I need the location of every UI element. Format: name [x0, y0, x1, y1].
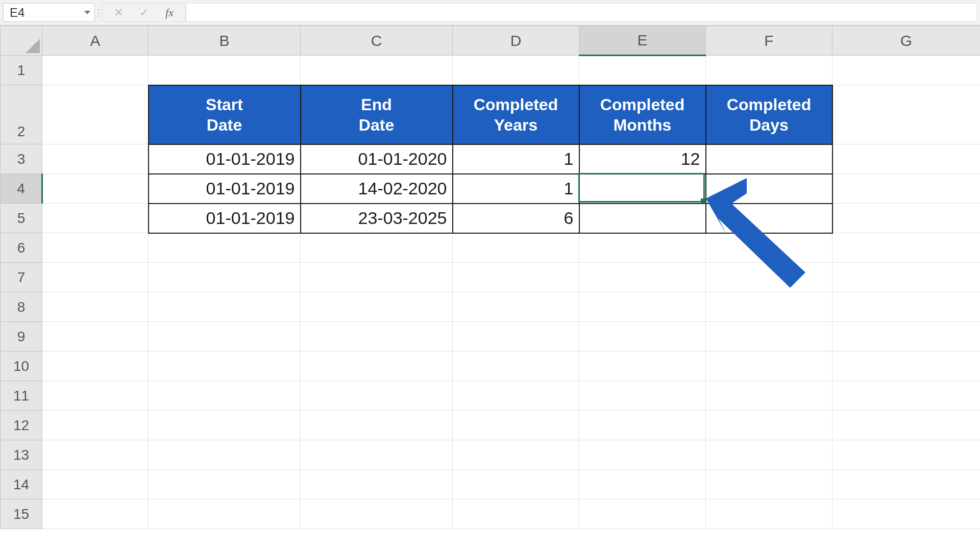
spreadsheet-grid[interactable]: A B C D E F G 1 2 [0, 26, 980, 551]
cell-D6[interactable] [453, 233, 579, 263]
row-header-3[interactable]: 3 [1, 144, 42, 174]
cell-A11[interactable] [42, 381, 149, 411]
formula-input[interactable] [186, 3, 977, 22]
row-header-6[interactable]: 6 [1, 233, 42, 263]
cell-G6[interactable] [832, 233, 981, 263]
cell-F7[interactable] [706, 263, 832, 292]
cell-A6[interactable] [42, 233, 149, 263]
cell-A7[interactable] [42, 263, 149, 292]
cell-E14[interactable] [579, 470, 706, 499]
cell-F10[interactable] [706, 352, 832, 381]
cell-E3[interactable]: 12 [579, 144, 706, 174]
cell-G12[interactable] [832, 411, 981, 440]
column-header-B[interactable]: B [149, 26, 301, 56]
cell-D11[interactable] [453, 381, 579, 411]
cell-E13[interactable] [579, 440, 706, 470]
cell-C12[interactable] [301, 411, 453, 440]
cell-C3[interactable]: 01-01-2020 [301, 144, 453, 174]
cell-A14[interactable] [42, 470, 149, 499]
cell-B14[interactable] [149, 470, 301, 499]
cell-B9[interactable] [149, 322, 301, 352]
cell-D9[interactable] [453, 322, 579, 352]
cell-B13[interactable] [149, 440, 301, 470]
cell-A5[interactable] [42, 204, 149, 233]
row-header-2[interactable]: 2 [1, 85, 42, 144]
cell-F12[interactable] [706, 411, 832, 440]
cell-C4[interactable]: 14-02-2020 [301, 174, 453, 204]
row-header-14[interactable]: 14 [1, 470, 42, 499]
row-header-4[interactable]: 4 [1, 174, 42, 204]
cell-C8[interactable] [301, 292, 453, 322]
cell-E2[interactable]: Completed Months [579, 85, 706, 144]
cell-B4[interactable]: 01-01-2019 [149, 174, 301, 204]
cell-E6[interactable] [579, 233, 706, 263]
column-header-E[interactable]: E [579, 26, 706, 56]
cell-C2[interactable]: End Date [301, 85, 453, 144]
enter-icon[interactable]: ✓ [137, 6, 151, 19]
cell-B15[interactable] [149, 499, 301, 529]
row-header-7[interactable]: 7 [1, 263, 42, 292]
cell-D14[interactable] [453, 470, 579, 499]
cell-G5[interactable] [832, 204, 981, 233]
cell-A10[interactable] [42, 352, 149, 381]
cell-G2[interactable] [832, 85, 981, 144]
cell-C7[interactable] [301, 263, 453, 292]
cell-D12[interactable] [453, 411, 579, 440]
row-header-1[interactable]: 1 [1, 56, 42, 85]
name-box[interactable]: E4 [3, 3, 95, 22]
chevron-down-icon[interactable] [84, 11, 90, 14]
cell-B3[interactable]: 01-01-2019 [149, 144, 301, 174]
cell-B7[interactable] [149, 263, 301, 292]
cell-B6[interactable] [149, 233, 301, 263]
fx-icon[interactable]: fx [163, 6, 176, 19]
cell-C13[interactable] [301, 440, 453, 470]
row-header-11[interactable]: 11 [1, 381, 42, 411]
cell-B12[interactable] [149, 411, 301, 440]
cell-B5[interactable]: 01-01-2019 [149, 204, 301, 233]
cell-C6[interactable] [301, 233, 453, 263]
cell-C5[interactable]: 23-03-2025 [301, 204, 453, 233]
cell-E5[interactable] [579, 204, 706, 233]
cell-D13[interactable] [453, 440, 579, 470]
column-header-D[interactable]: D [453, 26, 579, 56]
cell-D2[interactable]: Completed Years [453, 85, 579, 144]
cell-D3[interactable]: 1 [453, 144, 579, 174]
cell-D4[interactable]: 1 [453, 174, 579, 204]
row-header-5[interactable]: 5 [1, 204, 42, 233]
cell-B1[interactable] [149, 56, 301, 85]
cell-A12[interactable] [42, 411, 149, 440]
row-header-8[interactable]: 8 [1, 292, 42, 322]
cell-E10[interactable] [579, 352, 706, 381]
cell-G9[interactable] [832, 322, 981, 352]
cell-G8[interactable] [832, 292, 981, 322]
cell-D7[interactable] [453, 263, 579, 292]
cell-G14[interactable] [832, 470, 981, 499]
cell-D8[interactable] [453, 292, 579, 322]
cell-E4[interactable] [579, 174, 706, 204]
cell-B2[interactable]: Start Date [149, 85, 301, 144]
row-header-12[interactable]: 12 [1, 411, 42, 440]
cell-B11[interactable] [149, 381, 301, 411]
cell-A4[interactable] [42, 174, 149, 204]
cell-D5[interactable]: 6 [453, 204, 579, 233]
cell-F13[interactable] [706, 440, 832, 470]
cell-G15[interactable] [832, 499, 981, 529]
cell-C9[interactable] [301, 322, 453, 352]
cell-D10[interactable] [453, 352, 579, 381]
cell-A3[interactable] [42, 144, 149, 174]
column-header-G[interactable]: G [832, 26, 981, 56]
cell-G10[interactable] [832, 352, 981, 381]
cell-F5[interactable] [706, 204, 832, 233]
cell-E1[interactable] [579, 56, 706, 85]
cell-E7[interactable] [579, 263, 706, 292]
cell-F14[interactable] [706, 470, 832, 499]
row-header-9[interactable]: 9 [1, 322, 42, 352]
cell-C11[interactable] [301, 381, 453, 411]
cell-F8[interactable] [706, 292, 832, 322]
cell-C10[interactable] [301, 352, 453, 381]
cell-E11[interactable] [579, 381, 706, 411]
cell-D15[interactable] [453, 499, 579, 529]
cell-E12[interactable] [579, 411, 706, 440]
cell-G1[interactable] [832, 56, 981, 85]
cell-G7[interactable] [832, 263, 981, 292]
